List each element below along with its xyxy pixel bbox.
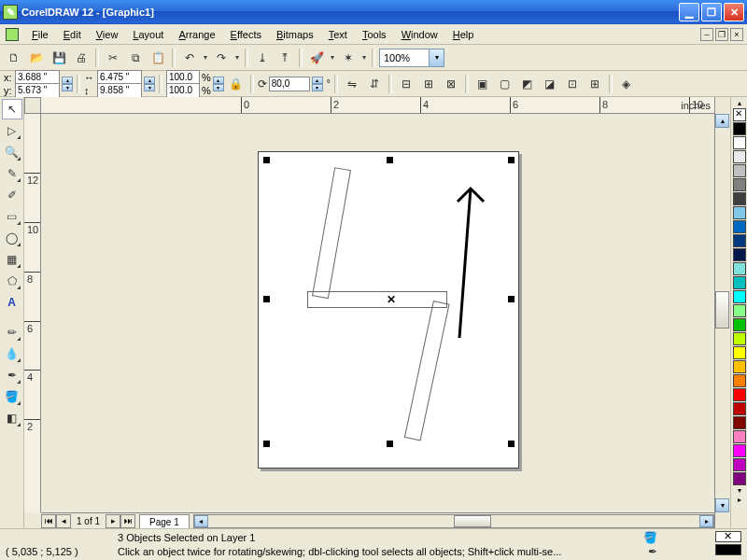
paste-button[interactable]: 📋 [148, 48, 168, 68]
freehand-tool[interactable]: ✎ [2, 163, 22, 184]
fill-tool[interactable]: 🪣 [2, 386, 22, 407]
prev-page-button[interactable]: ◂ [56, 514, 71, 528]
ungroup-all-button[interactable]: ⊠ [441, 74, 461, 94]
save-button[interactable]: 💾 [49, 48, 69, 68]
menu-layout[interactable]: Layout [125, 27, 171, 42]
palette-scroll-up[interactable]: ▴ [733, 99, 746, 108]
basic-shapes-tool[interactable]: ⬠ [2, 271, 22, 291]
maximize-button[interactable]: ❐ [701, 3, 722, 21]
close-button[interactable]: ✕ [724, 3, 744, 21]
swatch[interactable] [733, 444, 746, 457]
outline-tool[interactable]: ✒ [2, 365, 22, 385]
rot-spin-up[interactable]: ▴ [312, 77, 323, 84]
group-button[interactable]: ⊞ [418, 74, 439, 94]
menu-text[interactable]: Text [321, 27, 355, 42]
menu-file[interactable]: File [24, 27, 56, 42]
ruler-origin-corner[interactable] [24, 97, 41, 114]
graph-paper-tool[interactable]: ▦ [2, 249, 22, 270]
text-tool[interactable]: A [2, 292, 22, 313]
swatch[interactable] [733, 374, 746, 387]
lock-ratio-button[interactable]: 🔒 [226, 74, 247, 94]
scroll-thumb[interactable] [454, 515, 491, 527]
back-one-button[interactable]: ◪ [540, 74, 560, 94]
menu-view[interactable]: View [89, 27, 126, 42]
scale-spin-down[interactable]: ▾ [213, 84, 224, 91]
selection-handle-e[interactable] [508, 296, 514, 302]
menu-edit[interactable]: Edit [56, 27, 89, 42]
pos-spin-down[interactable]: ▾ [62, 84, 73, 91]
app-launcher-dropdown[interactable]: ▾ [329, 53, 336, 62]
to-back-button[interactable]: ▢ [495, 74, 515, 94]
swatch[interactable] [733, 416, 746, 429]
zoom-dropdown[interactable]: ▾ [429, 49, 444, 66]
shape-tool[interactable]: ▷ [2, 120, 22, 141]
swatch[interactable] [733, 402, 746, 415]
swatch[interactable] [733, 332, 746, 345]
first-page-button[interactable]: ⏮ [41, 514, 56, 528]
swatch[interactable] [733, 430, 746, 443]
vertical-ruler[interactable]: 12108642 [24, 114, 41, 512]
fill-tool-icon[interactable]: 🪣 [643, 531, 657, 544]
scroll-down-button[interactable]: ▾ [715, 498, 729, 512]
app-launcher-button[interactable]: 🚀 [306, 48, 327, 68]
y-pos-input[interactable]: 5.673 " [15, 83, 60, 98]
size-spin-down[interactable]: ▾ [144, 84, 155, 91]
selection-handle-sw[interactable] [263, 441, 270, 447]
rectangle-tool[interactable]: ▭ [2, 206, 22, 227]
redo-dropdown[interactable]: ▾ [233, 53, 241, 62]
open-button[interactable]: 📂 [26, 48, 47, 68]
scroll-up-button[interactable]: ▴ [715, 114, 729, 128]
swatch[interactable] [733, 164, 746, 177]
corel-online-button[interactable]: ✶ [338, 48, 359, 68]
swatch[interactable] [733, 276, 746, 289]
distribute-button[interactable]: ⊞ [585, 74, 605, 94]
swatch[interactable] [733, 346, 746, 359]
zoom-combo[interactable]: 100% ▾ [379, 49, 444, 67]
export-button[interactable]: ⤒ [275, 48, 295, 68]
align-button[interactable]: ⊡ [562, 74, 583, 94]
undo-button[interactable]: ↶ [179, 48, 200, 68]
selection-handle-nw[interactable] [263, 157, 270, 163]
swatch[interactable] [733, 178, 746, 191]
horizontal-scrollbar[interactable]: ◂ ▸ [193, 514, 714, 528]
drawing-canvas[interactable]: ✕ [41, 114, 714, 512]
palette-scroll-down[interactable]: ▾ [733, 486, 746, 496]
rot-spin-down[interactable]: ▾ [312, 84, 323, 91]
swatch[interactable] [733, 360, 746, 373]
scale-y-input[interactable]: 100.0 [166, 83, 200, 98]
to-front-button[interactable]: ▣ [472, 74, 493, 94]
swatch[interactable] [733, 122, 746, 135]
convert-curves-button[interactable]: ◈ [616, 74, 637, 94]
selection-handle-w[interactable] [263, 296, 270, 302]
selection-handle-s[interactable] [387, 441, 393, 447]
outline-pen-icon[interactable]: ✒ [648, 545, 657, 558]
mirror-v-button[interactable]: ⇵ [364, 74, 385, 94]
print-button[interactable]: 🖨 [71, 48, 92, 68]
import-button[interactable]: ⤓ [252, 48, 273, 68]
ungroup-button[interactable]: ⊟ [396, 74, 416, 94]
mdi-close-button[interactable]: × [730, 28, 743, 41]
swatch[interactable] [733, 206, 746, 219]
swatch[interactable] [733, 150, 746, 163]
swatch[interactable] [733, 388, 746, 401]
menu-arrange[interactable]: Arrange [171, 27, 222, 42]
cut-button[interactable]: ✂ [103, 48, 123, 68]
selection-handle-ne[interactable] [508, 157, 514, 163]
rotation-input[interactable]: 80,0 [269, 77, 310, 91]
swatch-none[interactable] [733, 108, 746, 121]
menu-bitmaps[interactable]: Bitmaps [269, 27, 321, 42]
ellipse-tool[interactable]: ◯ [2, 228, 22, 248]
next-page-button[interactable]: ▸ [106, 514, 120, 528]
outline-indicator[interactable] [715, 544, 741, 555]
swatch[interactable] [733, 234, 746, 247]
eyedropper-tool[interactable]: 💧 [2, 343, 22, 364]
fill-indicator[interactable]: ✕ [715, 531, 741, 542]
zoom-tool[interactable]: 🔍 [2, 142, 22, 162]
palette-flyout[interactable]: ▸ [733, 496, 746, 505]
swatch[interactable] [733, 290, 746, 303]
swatch[interactable] [733, 136, 746, 149]
undo-dropdown[interactable]: ▾ [202, 53, 209, 62]
menu-window[interactable]: Window [394, 27, 445, 42]
page-tab[interactable]: Page 1 [139, 514, 190, 528]
size-spin-up[interactable]: ▴ [144, 77, 155, 84]
